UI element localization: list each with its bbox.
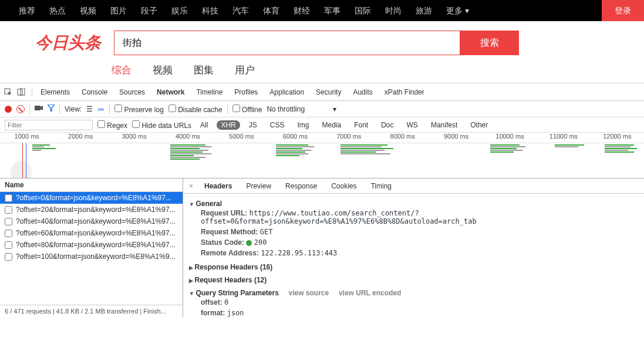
type-xhr[interactable]: XHR	[217, 120, 240, 130]
view-small-icon[interactable]: ≔	[97, 105, 104, 113]
panel-timeline[interactable]: Timeline	[190, 83, 228, 101]
request-detail: × Headers Preview Response Cookies Timin…	[183, 178, 644, 317]
request-list: Name ?offset=0&format=json&keyword=%E8%A…	[0, 178, 183, 317]
request-status-bar: 6 / 471 requests | 41.8 KB / 2.1 MB tran…	[0, 305, 183, 317]
type-js[interactable]: JS	[245, 120, 261, 130]
request-row[interactable]: ?offset=40&format=json&keyword=%E8%A1%97…	[0, 215, 183, 227]
panel-xpath[interactable]: xPath Finder	[379, 83, 430, 101]
hide-dataurl-toggle[interactable]: Hide data URLs	[132, 120, 191, 130]
network-toolbar: View: ☰ ≔ Preserve log Disable cache Off…	[0, 101, 644, 117]
record-icon[interactable]	[5, 106, 12, 113]
request-row[interactable]: ?offset=20&format=json&keyword=%E8%A1%97…	[0, 204, 183, 215]
nav-item[interactable]: 体育	[256, 0, 286, 21]
separator	[32, 87, 32, 97]
type-media[interactable]: Media	[318, 120, 346, 130]
device-icon[interactable]	[16, 87, 26, 97]
query-string-section: Query String Parameters view source view…	[189, 287, 638, 317]
regex-toggle[interactable]: Regex	[97, 120, 127, 130]
view-large-icon[interactable]: ☰	[86, 105, 93, 113]
nav-item[interactable]: 推荐	[12, 0, 42, 21]
filter-icon[interactable]	[48, 105, 55, 113]
camera-icon[interactable]	[35, 105, 43, 113]
nav-item[interactable]: 旅游	[409, 0, 439, 21]
detail-tabs: × Headers Preview Response Cookies Timin…	[183, 178, 644, 194]
request-row[interactable]: ?offset=60&format=json&keyword=%E8%A1%97…	[0, 227, 183, 239]
nav-item[interactable]: 军事	[317, 0, 348, 21]
separator	[227, 105, 228, 114]
panel-security[interactable]: Security	[310, 83, 347, 101]
close-icon[interactable]: ×	[186, 182, 197, 190]
result-tabs: 综合 视频 图集 用户	[0, 61, 644, 83]
disable-cache-toggle[interactable]: Disable cache	[168, 105, 222, 114]
search-input[interactable]	[114, 31, 460, 55]
svg-rect-3	[35, 106, 41, 110]
panel-sources[interactable]: Sources	[113, 83, 151, 101]
type-img[interactable]: Img	[293, 120, 313, 130]
nav-item[interactable]: 视频	[73, 0, 103, 21]
view-source-link[interactable]: view source	[289, 289, 329, 297]
detail-tab-headers[interactable]: Headers	[198, 178, 238, 194]
search-box: 搜索	[114, 31, 519, 55]
clear-icon[interactable]	[16, 105, 25, 113]
nav-item[interactable]: 图片	[103, 0, 134, 21]
network-filter-row: Regex Hide data URLs All XHR JS CSS Img …	[0, 117, 644, 133]
nav-item[interactable]: 国际	[348, 0, 378, 21]
nav-item[interactable]: 时尚	[378, 0, 409, 21]
type-ws[interactable]: WS	[403, 120, 422, 130]
separator	[29, 105, 30, 114]
type-css[interactable]: CSS	[266, 120, 289, 130]
tab-gallery[interactable]: 图集	[194, 63, 214, 77]
offline-toggle[interactable]: Offline	[232, 105, 262, 114]
nav-item[interactable]: 段子	[134, 0, 164, 21]
query-string-title[interactable]: Query String Parameters view source view…	[189, 289, 638, 297]
chevron-down-icon[interactable]: ▾	[333, 105, 336, 113]
nav-more[interactable]: 更多 ▾	[439, 0, 476, 21]
detail-tab-timing[interactable]: Timing	[364, 178, 398, 194]
nav-item[interactable]: 汽车	[225, 0, 256, 21]
status-code: 200	[254, 238, 267, 247]
tab-comprehensive[interactable]: 综合	[112, 63, 132, 77]
type-all[interactable]: All	[196, 120, 212, 130]
login-button[interactable]: 登录	[602, 0, 644, 21]
detail-tab-response[interactable]: Response	[279, 178, 323, 194]
panel-profiles[interactable]: Profiles	[228, 83, 264, 101]
nav-item[interactable]: 热点	[42, 0, 73, 21]
request-row[interactable]: ?offset=0&format=json&keyword=%E8%A1%97.…	[0, 192, 183, 204]
separator	[109, 105, 110, 114]
request-headers-section[interactable]: Request Headers (12)	[189, 274, 638, 287]
inspect-icon[interactable]	[4, 87, 13, 97]
panel-console[interactable]: Console	[76, 83, 113, 101]
search-button[interactable]: 搜索	[460, 31, 519, 55]
nav-item[interactable]: 娱乐	[164, 0, 195, 21]
domcontentloaded-marker	[22, 143, 23, 178]
panel-application[interactable]: Application	[264, 83, 310, 101]
panel-network[interactable]: Network	[151, 83, 190, 101]
waterfall-overview-lens[interactable]	[11, 161, 32, 178]
request-list-header[interactable]: Name	[0, 178, 183, 192]
request-row[interactable]: ?offset=100&format=json&keyword=%E8%A1%9…	[0, 251, 183, 262]
tab-video[interactable]: 视频	[153, 63, 173, 77]
nav-item[interactable]: 科技	[195, 0, 225, 21]
panel-elements[interactable]: Elements	[35, 83, 76, 101]
view-url-encoded-link[interactable]: view URL encoded	[339, 289, 401, 297]
filter-input[interactable]	[5, 120, 93, 130]
general-section: General Request URL: https://www.toutiao…	[189, 197, 638, 261]
request-row[interactable]: ?offset=80&format=json&keyword=%E8%A1%97…	[0, 239, 183, 251]
network-waterfall[interactable]: 1000 ms2000 ms3000 ms4000 ms5000 ms6000 …	[0, 133, 644, 178]
load-marker	[26, 143, 26, 178]
response-headers-section[interactable]: Response Headers (16)	[189, 261, 638, 274]
detail-tab-cookies[interactable]: Cookies	[325, 178, 363, 194]
detail-tab-preview[interactable]: Preview	[240, 178, 278, 194]
preserve-log-toggle[interactable]: Preserve log	[114, 105, 164, 114]
general-title[interactable]: General	[189, 200, 638, 208]
panel-audits[interactable]: Audits	[347, 83, 378, 101]
type-doc[interactable]: Doc	[377, 120, 397, 130]
site-top-nav: 推荐 热点 视频 图片 段子 娱乐 科技 汽车 体育 财经 军事 国际 时尚 旅…	[0, 0, 644, 21]
tab-user[interactable]: 用户	[235, 63, 255, 77]
type-other[interactable]: Other	[466, 120, 492, 130]
type-manifest[interactable]: Manifest	[427, 120, 461, 130]
type-font[interactable]: Font	[350, 120, 372, 130]
nav-item[interactable]: 财经	[286, 0, 317, 21]
svg-rect-1	[18, 89, 22, 95]
throttle-select[interactable]: No throttling	[267, 105, 305, 113]
